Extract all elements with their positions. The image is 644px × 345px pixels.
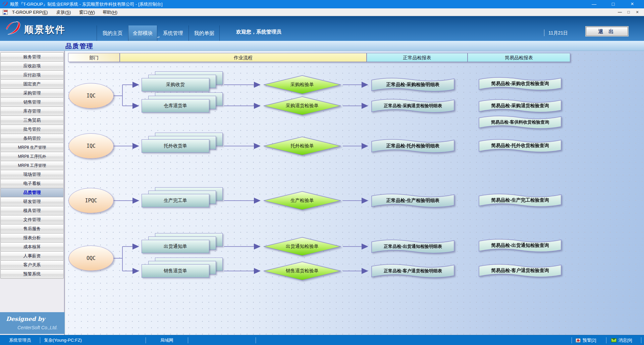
menu-window[interactable]: 窗口(W) (79, 8, 95, 16)
tab-system-admin[interactable]: 系统管理 (157, 25, 189, 41)
sidebar-item-e-kanban[interactable]: 电子看板 (0, 179, 64, 188)
module-title-bar: 品质管理 (0, 41, 644, 51)
flow-inspection-outsource[interactable]: 托外检验单 (263, 136, 341, 156)
flow-inspection-purchase-return[interactable]: 采购退货检验单 (263, 96, 341, 116)
welcome-text: 欢迎您，系统管理员 (236, 16, 281, 41)
report-normal-purchase[interactable]: 正常品检-采购检验明细表 (371, 77, 455, 92)
sidebar-item-inventory[interactable]: 库存管理 (0, 107, 64, 116)
report-normal-production[interactable]: 正常品检-生产检验明细表 (371, 193, 455, 208)
report-simple-customer-supplied[interactable]: 简易品检-客供料收货检验查询 (478, 115, 562, 130)
column-header-department: 部门 (68, 53, 120, 62)
designed-by-panel: Designed by CenterSoft Co.,Ltd. (0, 312, 65, 334)
titlebar: 顺景『T-GROUP』制造业ERP系统 - 东莞顺景软件科技有限公司 - [系统… (0, 0, 644, 8)
mdi-close-icon[interactable]: × (633, 8, 641, 16)
statusbar: 系统管理员 复杂(Young-PC:FZ) 局域网 预警[2] 消息[9] (0, 335, 644, 345)
flow-inspection-production[interactable]: 生产检验单 (263, 191, 341, 210)
erp-window: 顺景『T-GROUP』制造业ERP系统 - 东莞顺景软件科技有限公司 - [系统… (0, 0, 644, 345)
form-icon (3, 10, 8, 15)
flow-doc-sales-return[interactable]: 销售退货单 (142, 258, 223, 278)
report-simple-outsource[interactable]: 简易品检-托外收货检验查询 (478, 138, 562, 153)
sidebar-item-hr-payroll[interactable]: 人事薪资 (0, 251, 64, 261)
sidebar-item-lot-control[interactable]: 批号管控 (0, 125, 64, 134)
sidebar-item-documents[interactable]: 文件管理 (0, 215, 64, 224)
flow-inspection-sales-return[interactable]: 销售退货检验单 (263, 261, 341, 281)
report-simple-production[interactable]: 简易品检-生产完工检验查询 (478, 193, 562, 208)
sidebar-item-alert-system[interactable]: 预警系统 (0, 269, 64, 279)
report-simple-customer-return[interactable]: 简易品检-客户退货检验查询 (478, 263, 562, 278)
sidebar-item-purchasing[interactable]: 采购管理 (0, 88, 64, 98)
sidebar-item-mrp2-production[interactable]: MRPⅡ 生产管理 (0, 143, 64, 152)
flow-doc-purchase-receipt[interactable]: 采购收货 (142, 71, 223, 91)
dept-ellipse-iqc-2: IQC (68, 133, 114, 159)
sidebar-item-payables[interactable]: 应付款项 (0, 70, 64, 80)
flow-doc-shipping-notice[interactable]: 出货通知单 (142, 233, 223, 253)
report-normal-outsource[interactable]: 正常品检-托外检验明细表 (371, 138, 455, 154)
designed-by-text: Designed by (6, 316, 45, 322)
company-text: CenterSoft Co.,Ltd. (17, 325, 58, 330)
report-normal-purchase-return[interactable]: 正常品检-采购退货检验明细表 (371, 98, 455, 114)
sidebar-item-sales[interactable]: 销售管理 (0, 97, 64, 107)
current-date: 11月21日 (544, 29, 568, 36)
status-alert[interactable]: 预警[2] (576, 335, 596, 345)
sidebar-item-mold[interactable]: 模具管理 (0, 206, 64, 215)
sidebar-item-mrp2-outsource[interactable]: MRPⅡ 工序托外 (0, 152, 64, 161)
sidebar-item-cost-accounting[interactable]: 成本核算 (0, 242, 64, 252)
mdi-restore-icon[interactable]: □ (625, 8, 633, 16)
mdi-minimize-icon[interactable]: — (616, 8, 624, 16)
menubar: T-GROUP ERP(E) 皮肤(S) 窗口(W) 帮助(H) — □ × (0, 8, 644, 16)
tab-my-home[interactable]: 我的主页 (97, 25, 128, 41)
minimize-icon[interactable]: — (586, 0, 602, 8)
dept-ellipse-ipqc: IPQC (68, 188, 114, 213)
sidebar-item-report-analysis[interactable]: 报表分析 (0, 233, 64, 243)
main-nav: 我的主页 全部模块 系统管理 我的单据 (97, 25, 220, 41)
sidebar-item-rnd[interactable]: 研发管理 (0, 197, 64, 206)
brand-logo-icon (5, 21, 21, 36)
exit-button[interactable]: 退 出 (586, 27, 628, 36)
status-user: 系统管理员 (0, 335, 40, 345)
report-normal-customer-return[interactable]: 正常品检-客户退货检验明细表 (371, 263, 455, 279)
report-simple-purchase-return[interactable]: 简易品检-采购退货检验查询 (478, 98, 562, 113)
dept-ellipse-iqc-1: IQC (68, 83, 114, 109)
sidebar-item-shopfloor[interactable]: 现场管理 (0, 170, 64, 179)
sidebar-item-triangle-trade[interactable]: 三角贸易 (0, 116, 64, 125)
status-host: 复杂(Young-PC:FZ) (44, 335, 82, 345)
alert-label: 预警[2] (583, 337, 596, 343)
menu-help[interactable]: 帮助(H) (103, 8, 117, 16)
flow-inspection-shipping[interactable]: 出货通知检验单 (263, 237, 341, 256)
sidebar-item-accounting[interactable]: 账务管理 (0, 52, 64, 62)
flowchart-canvas: 部门 作业流程 正常品检报表 简易品检报表 (65, 51, 644, 335)
report-normal-shipping[interactable]: 正常品检-出货通知检验明细表 (371, 239, 455, 254)
sidebar-item-barcode-control[interactable]: 条码管控 (0, 134, 64, 143)
flow-doc-warehouse-return[interactable]: 仓库退货单 (142, 92, 223, 113)
sidebar-item-mrp2-process[interactable]: MRPⅡ 工序管理 (0, 161, 64, 170)
message-label: 消息[9] (619, 337, 632, 343)
tab-my-documents[interactable]: 我的单据 (189, 25, 220, 41)
flow-doc-outsource-receipt[interactable]: 托外收货单 (142, 133, 223, 153)
app-logo-icon (2, 1, 8, 7)
window-title: 顺景『T-GROUP』制造业ERP系统 - 东莞顺景软件科技有限公司 - [系统… (10, 0, 162, 8)
status-message[interactable]: 消息[9] (611, 335, 632, 345)
sidebar-item-receivables[interactable]: 应收款项 (0, 61, 64, 71)
page-title: 品质管理 (65, 42, 94, 51)
sidebar-item-fixed-assets[interactable]: 固定资产 (0, 79, 64, 89)
sidebar-item-crm[interactable]: 客户关系 (0, 260, 64, 270)
tab-all-modules[interactable]: 全部模块 (128, 25, 157, 41)
sidebar-item-quality[interactable]: 品质管理 (0, 188, 64, 197)
sidebar-item-after-sales[interactable]: 售后服务 (0, 224, 64, 233)
column-header-normal-reports: 正常品检报表 (367, 53, 468, 62)
dept-ellipse-oqc: OQC (68, 246, 114, 271)
report-simple-shipping[interactable]: 简易品检-出货通知检验查询 (478, 238, 562, 253)
column-header-simple-reports: 简易品检报表 (468, 53, 570, 62)
menu-skin[interactable]: 皮肤(S) (56, 8, 71, 16)
restore-icon[interactable]: □ (605, 0, 621, 8)
column-header-process: 作业流程 (120, 53, 367, 62)
alert-icon (576, 338, 581, 343)
module-sidebar: 账务管理 应收款项 应付款项 固定资产 采购管理 销售管理 库存管理 三角贸易 … (0, 51, 65, 335)
menu-tgroup-erp[interactable]: T-GROUP ERP(E) (12, 8, 48, 16)
flow-inspection-purchase[interactable]: 采购检验单 (263, 75, 341, 94)
app-header: 顺景软件 我的主页 全部模块 系统管理 我的单据 欢迎您，系统管理员 11月21… (0, 16, 644, 41)
message-icon (611, 338, 616, 342)
close-icon[interactable]: × (625, 0, 640, 8)
report-simple-purchase-receipt[interactable]: 简易品检-采购收货检验查询 (478, 76, 562, 91)
flow-doc-production-complete[interactable]: 生产完工单 (142, 187, 223, 207)
